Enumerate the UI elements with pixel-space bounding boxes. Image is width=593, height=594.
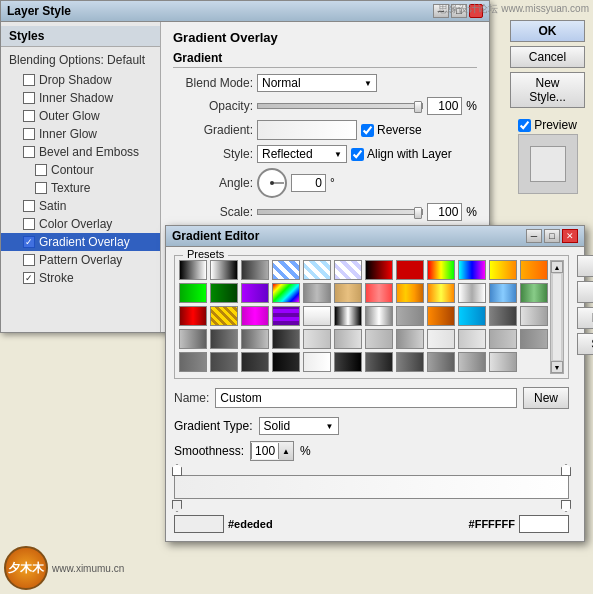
angle-wheel[interactable] [257, 168, 287, 198]
style-item-stroke[interactable]: Stroke [1, 269, 160, 287]
color-swatch-left[interactable] [174, 515, 224, 533]
preset-swatch-54[interactable] [365, 352, 393, 372]
opacity-stop-right[interactable] [561, 464, 571, 476]
preset-swatch-37[interactable] [210, 329, 238, 349]
ge-save-button[interactable]: Save... [577, 333, 593, 355]
satin-checkbox[interactable] [23, 200, 35, 212]
style-item-gradient-overlay[interactable]: Gradient Overlay [1, 233, 160, 251]
scroll-up[interactable]: ▲ [551, 261, 563, 273]
style-item-color-overlay[interactable]: Color Overlay [1, 215, 160, 233]
style-item-bevel-emboss[interactable]: Bevel and Emboss [1, 143, 160, 161]
texture-checkbox[interactable] [35, 182, 47, 194]
color-swatch-right[interactable] [519, 515, 569, 533]
style-item-drop-shadow[interactable]: Drop Shadow [1, 71, 160, 89]
preset-swatch-26[interactable] [241, 306, 269, 326]
preset-swatch-32[interactable] [427, 306, 455, 326]
smoothness-up[interactable]: ▲ [279, 442, 293, 460]
scale-input[interactable] [427, 203, 462, 221]
stroke-checkbox[interactable] [23, 272, 35, 284]
style-item-contour[interactable]: Contour [1, 161, 160, 179]
preset-swatch-21[interactable] [458, 283, 486, 303]
new-style-button[interactable]: New Style... [510, 72, 585, 108]
preset-swatch-44[interactable] [427, 329, 455, 349]
preset-swatch-15[interactable] [272, 283, 300, 303]
preset-swatch-25[interactable] [210, 306, 238, 326]
opacity-thumb[interactable] [414, 101, 422, 113]
reverse-checkbox[interactable] [361, 124, 374, 137]
preset-swatch-39[interactable] [272, 329, 300, 349]
preview-checkbox[interactable] [518, 119, 531, 132]
preset-swatch-42[interactable] [365, 329, 393, 349]
style-item-inner-glow[interactable]: Inner Glow [1, 125, 160, 143]
preset-swatch-16[interactable] [303, 283, 331, 303]
inner-shadow-checkbox[interactable] [23, 92, 35, 104]
gradient-bar[interactable] [174, 475, 569, 499]
inner-glow-checkbox[interactable] [23, 128, 35, 140]
gradient-overlay-checkbox[interactable] [23, 236, 35, 248]
style-item-texture[interactable]: Texture [1, 179, 160, 197]
preset-swatch-11[interactable] [520, 260, 548, 280]
scale-thumb[interactable] [414, 207, 422, 219]
preset-swatch-27[interactable] [272, 306, 300, 326]
preset-swatch-40[interactable] [303, 329, 331, 349]
preset-swatch-36[interactable] [179, 329, 207, 349]
preset-swatch-38[interactable] [241, 329, 269, 349]
preset-swatch-2[interactable] [241, 260, 269, 280]
preset-swatch-5[interactable] [334, 260, 362, 280]
preset-swatch-43[interactable] [396, 329, 424, 349]
cancel-button[interactable]: Cancel [510, 46, 585, 68]
ge-close-btn[interactable]: ✕ [562, 229, 578, 243]
opacity-stop-left[interactable] [172, 464, 182, 476]
scroll-track[interactable] [552, 273, 562, 361]
pattern-overlay-checkbox[interactable] [23, 254, 35, 266]
preset-swatch-48[interactable] [179, 352, 207, 372]
preset-swatch-56[interactable] [427, 352, 455, 372]
preset-swatch-10[interactable] [489, 260, 517, 280]
preset-swatch-24[interactable] [179, 306, 207, 326]
color-stop-right[interactable] [561, 500, 571, 512]
preset-swatch-47[interactable] [520, 329, 548, 349]
gradient-type-dropdown[interactable]: Solid ▼ [259, 417, 339, 435]
align-checkbox-label[interactable]: Align with Layer [351, 147, 452, 161]
bevel-emboss-checkbox[interactable] [23, 146, 35, 158]
angle-input[interactable] [291, 174, 326, 192]
align-checkbox[interactable] [351, 148, 364, 161]
style-item-pattern-overlay[interactable]: Pattern Overlay [1, 251, 160, 269]
ge-ok-button[interactable]: OK [577, 255, 593, 277]
preview-checkbox-label[interactable]: Preview [518, 118, 577, 132]
name-input[interactable] [215, 388, 517, 408]
style-dropdown[interactable]: Reflected ▼ [257, 145, 347, 163]
preset-swatch-12[interactable] [179, 283, 207, 303]
preset-swatch-52[interactable] [303, 352, 331, 372]
preset-swatch-55[interactable] [396, 352, 424, 372]
scale-slider[interactable] [257, 209, 423, 215]
outer-glow-checkbox[interactable] [23, 110, 35, 122]
color-stop-left[interactable] [172, 500, 182, 512]
blend-mode-dropdown[interactable]: Normal ▼ [257, 74, 377, 92]
gradient-preview[interactable] [257, 120, 357, 140]
preset-swatch-9[interactable] [458, 260, 486, 280]
opacity-slider[interactable] [257, 103, 423, 109]
ge-minimize-btn[interactable]: ─ [526, 229, 542, 243]
reverse-checkbox-label[interactable]: Reverse [361, 123, 422, 137]
preset-swatch-7[interactable] [396, 260, 424, 280]
ge-reset-button[interactable]: Reset [577, 281, 593, 303]
new-gradient-button[interactable]: New [523, 387, 569, 409]
presets-scrollbar[interactable]: ▲ ▼ [550, 260, 564, 374]
preset-swatch-28[interactable] [303, 306, 331, 326]
smoothness-stepper[interactable]: ▲ [250, 441, 294, 461]
preset-swatch-8[interactable] [427, 260, 455, 280]
style-item-outer-glow[interactable]: Outer Glow [1, 107, 160, 125]
scroll-down[interactable]: ▼ [551, 361, 563, 373]
preset-swatch-13[interactable] [210, 283, 238, 303]
preset-swatch-6[interactable] [365, 260, 393, 280]
preset-swatch-51[interactable] [272, 352, 300, 372]
preset-swatch-3[interactable] [272, 260, 300, 280]
preset-swatch-1[interactable] [210, 260, 238, 280]
preset-swatch-14[interactable] [241, 283, 269, 303]
blend-options-item[interactable]: Blending Options: Default [1, 49, 160, 71]
preset-swatch-45[interactable] [458, 329, 486, 349]
ok-button[interactable]: OK [510, 20, 585, 42]
ge-restore-btn[interactable]: □ [544, 229, 560, 243]
style-item-inner-shadow[interactable]: Inner Shadow [1, 89, 160, 107]
